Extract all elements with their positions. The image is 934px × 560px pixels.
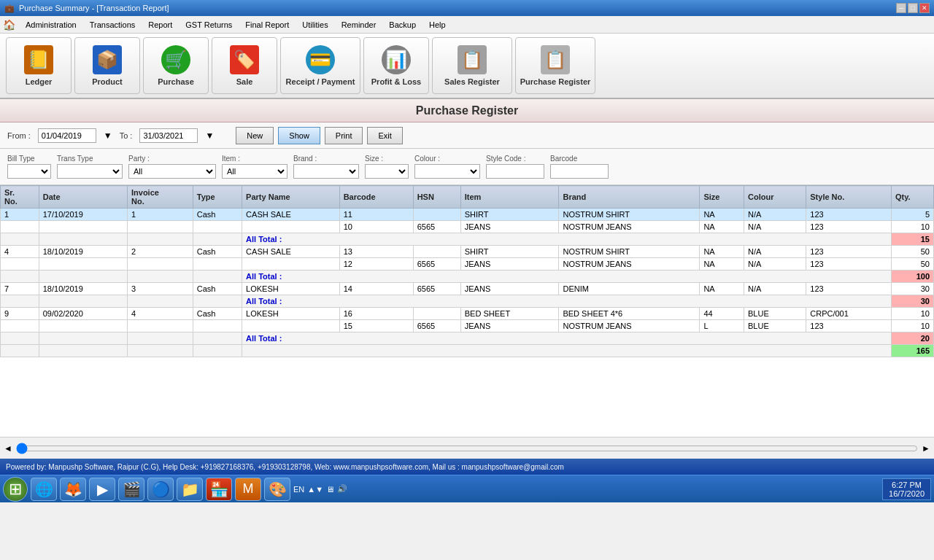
table-row: 909/02/20204CashLOKESH16BED SHEETBED SHE… (1, 308, 934, 320)
style-code-label: Style Code : (486, 155, 544, 163)
qty-cell: 5 (891, 209, 933, 221)
to-date-dropdown-icon[interactable]: ▼ (205, 131, 214, 141)
col-type: Type (193, 186, 242, 209)
colour-select[interactable] (414, 164, 480, 179)
exit-button[interactable]: Exit (367, 127, 402, 144)
trans-type-select[interactable] (57, 164, 123, 179)
qty-cell: 20 (891, 332, 933, 345)
taskbar-paint[interactable]: 🎨 (264, 478, 290, 501)
menu-report[interactable]: Report (142, 19, 178, 31)
menu-administration[interactable]: Administration (20, 19, 82, 31)
table-body: 117/10/20191CashCASH SALE11SHIRTNOSTRUM … (1, 209, 934, 357)
data-table: Sr.No. Date InvoiceNo. Type Party Name B… (0, 185, 934, 357)
print-button[interactable]: Print (325, 127, 363, 144)
menu-bar: 🏠 Administration Transactions Report GST… (0, 16, 934, 34)
page-title: Purchase Register (0, 99, 934, 122)
qty-cell: 10 (891, 320, 933, 332)
title-bar: 💼 Purchase Summary - [Transaction Report… (0, 0, 934, 16)
item-label: Item : (222, 155, 287, 163)
salesreg-icon: 📋 (458, 45, 487, 74)
monitor-icon: 🖥 (326, 485, 334, 494)
toolbar-profit[interactable]: 📊 Profit & Loss (363, 37, 429, 94)
size-select[interactable] (365, 164, 409, 179)
barcode-input[interactable] (550, 164, 609, 179)
locale-icon: EN (293, 485, 304, 494)
party-select[interactable]: All (128, 164, 216, 179)
qty-cell: 10 (891, 308, 933, 320)
taskbar-folder[interactable]: 📁 (177, 478, 203, 501)
toolbar-sale[interactable]: 🏷️ Sale (212, 37, 277, 94)
brand-label: Brand : (293, 155, 359, 163)
table-row: 156565JEANSNOSTRUM JEANSLBLUE12310 (1, 320, 934, 332)
table-row: 117/10/20191CashCASH SALE11SHIRTNOSTRUM … (1, 209, 934, 221)
col-srno: Sr.No. (1, 186, 39, 209)
colour-group: Colour : (414, 155, 480, 179)
taskbar-pos[interactable]: 🏪 (206, 478, 232, 501)
taskbar-app2[interactable]: 🎬 (118, 478, 144, 501)
taskbar-media[interactable]: ▶ (89, 478, 115, 501)
menu-utilities[interactable]: Utilities (296, 19, 333, 31)
new-button[interactable]: New (236, 127, 274, 144)
profit-icon: 📊 (382, 45, 411, 74)
party-label: Party : (128, 155, 216, 163)
toolbar-receipt[interactable]: 💳 Receipt / Payment (280, 37, 360, 94)
start-button[interactable]: ⊞ (3, 477, 28, 502)
menu-reminder[interactable]: Reminder (336, 19, 382, 31)
toolbar: 📒 Ledger 📦 Product 🛒 Purchase 🏷️ Sale 💳 … (0, 34, 934, 99)
qty-cell: 10 (891, 221, 933, 233)
toolbar-ledger[interactable]: 📒 Ledger (6, 37, 72, 94)
barcode-label: Barcode (550, 155, 609, 163)
item-select[interactable]: All (222, 164, 287, 179)
status-text: Powered by: Manpushp Software, Raipur (C… (6, 463, 564, 471)
product-label: Product (92, 77, 123, 86)
table-row: 718/10/20193CashLOKESH146565JEANSDENIMNA… (1, 283, 934, 295)
table-row: All Total :15 (1, 233, 934, 246)
item-group: Item : All (222, 155, 287, 179)
col-party: Party Name (242, 186, 340, 209)
taskbar-ie[interactable]: 🌐 (31, 478, 57, 501)
menu-transactions[interactable]: Transactions (84, 19, 142, 31)
from-date-dropdown-icon[interactable]: ▼ (104, 131, 112, 141)
trans-type-group: Trans Type (57, 155, 123, 179)
receipt-icon: 💳 (306, 45, 335, 74)
from-date-input[interactable] (38, 128, 96, 143)
menu-gst-returns[interactable]: GST Returns (180, 19, 238, 31)
bill-type-select[interactable] (7, 164, 51, 179)
to-date-input[interactable] (139, 128, 198, 143)
style-code-input[interactable] (486, 164, 544, 179)
scroll-area: ◄ ► (0, 437, 934, 459)
col-brand: Brand (559, 186, 700, 209)
ledger-icon: 📒 (24, 45, 53, 74)
qty-cell: 165 (891, 345, 933, 357)
purchase-icon: 🛒 (161, 45, 190, 74)
updown-icon: ▲▼ (307, 485, 323, 494)
style-code-group: Style Code : (486, 155, 544, 179)
taskbar-clock: 6:27 PM (889, 481, 925, 489)
col-item: Item (460, 186, 559, 209)
taskbar-logo[interactable]: M (235, 478, 261, 501)
sale-icon: 🏷️ (230, 45, 259, 74)
menu-backup[interactable]: Backup (383, 19, 422, 31)
taskbar-browser[interactable]: 🦊 (60, 478, 86, 501)
toolbar-purchase[interactable]: 🛒 Purchase (143, 37, 209, 94)
salesreg-label: Sales Register (444, 77, 500, 86)
qty-cell: 50 (891, 258, 933, 271)
scroll-left-icon[interactable]: ◄ (4, 443, 12, 454)
qty-cell: 30 (891, 283, 933, 295)
scroll-right-icon[interactable]: ► (922, 443, 930, 454)
purchasereg-label: Purchase Register (520, 77, 591, 86)
taskbar-chrome[interactable]: 🔵 (147, 478, 174, 501)
show-button[interactable]: Show (278, 127, 320, 144)
toolbar-product[interactable]: 📦 Product (74, 37, 140, 94)
close-button[interactable]: ✕ (919, 3, 930, 13)
minimize-button[interactable]: ─ (896, 3, 906, 13)
horizontal-scrollbar[interactable] (16, 443, 918, 454)
menu-help[interactable]: Help (423, 19, 452, 31)
brand-select[interactable] (293, 164, 359, 179)
ledger-label: Ledger (26, 77, 53, 86)
toolbar-purchasereg[interactable]: 📋 Purchase Register (515, 37, 595, 94)
toolbar-salesreg[interactable]: 📋 Sales Register (432, 37, 512, 94)
menu-final-report[interactable]: Final Report (239, 19, 295, 31)
maximize-button[interactable]: □ (908, 3, 918, 13)
col-hsn: HSN (413, 186, 460, 209)
